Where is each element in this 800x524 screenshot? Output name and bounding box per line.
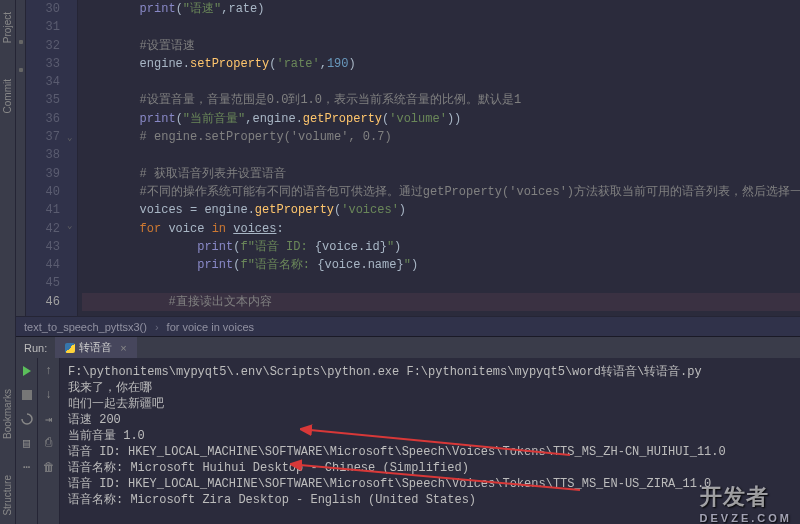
sidebar-tab-structure[interactable]: Structure [0,467,15,524]
sidebar-tab-bookmarks[interactable]: Bookmarks [0,381,15,447]
layout-button[interactable]: ▤ [20,436,34,450]
run-tab[interactable]: 转语音 × [55,337,136,358]
breadcrumb-loop[interactable]: for voice in voices [167,321,254,333]
run-panel: Run: 转语音 × ▤ ⋯ ↑ ↓ ⇥ [16,336,800,524]
fold-marker-icon[interactable]: ⌄ [67,132,72,143]
print-icon[interactable]: ⎙ [42,436,56,450]
breadcrumb[interactable]: text_to_speech_pyttsx3() › for voice in … [16,316,800,336]
trash-icon[interactable]: 🗑 [42,460,56,474]
left-micro-strip [16,0,26,316]
watermark: 开发者 DEVZE.COM [700,482,792,524]
restart-button[interactable] [20,412,34,426]
rerun-button[interactable] [20,364,34,378]
console-output[interactable]: F:\pythonitems\mypyqt5\.env\Scripts\pyth… [60,358,800,524]
close-icon[interactable]: × [120,342,126,354]
line-number-gutter[interactable]: 3031323334353637383940414243444546 [26,0,66,316]
more-button[interactable]: ⋯ [20,460,34,474]
run-panel-label: Run: [16,342,55,354]
left-tool-sidebar: Project Commit Bookmarks Structure [0,0,16,524]
run-tab-title: 转语音 [79,340,112,355]
chevron-right-icon: › [155,321,159,333]
breadcrumb-function[interactable]: text_to_speech_pyttsx3() [24,321,147,333]
run-toolbar: ▤ ⋯ [16,358,38,524]
fold-marker-icon[interactable]: ⌄ [67,220,72,231]
run-panel-header[interactable]: Run: 转语音 × [16,337,800,358]
sidebar-tab-project[interactable]: Project [0,4,15,51]
up-icon[interactable]: ↑ [42,364,56,378]
svg-rect-0 [22,390,32,400]
python-icon [65,343,75,353]
stop-button[interactable] [20,388,34,402]
down-icon[interactable]: ↓ [42,388,56,402]
sidebar-tab-commit[interactable]: Commit [0,71,15,121]
code-editor[interactable]: 3031323334353637383940414243444546 ⌄ ⌄ p… [16,0,800,316]
code-text-area[interactable]: print("语速",rate) #设置语速 engine.setPropert… [78,0,800,316]
fold-strip[interactable]: ⌄ ⌄ [66,0,78,316]
wrap-icon[interactable]: ⇥ [42,412,56,426]
run-sub-toolbar: ↑ ↓ ⇥ ⎙ 🗑 [38,358,60,524]
